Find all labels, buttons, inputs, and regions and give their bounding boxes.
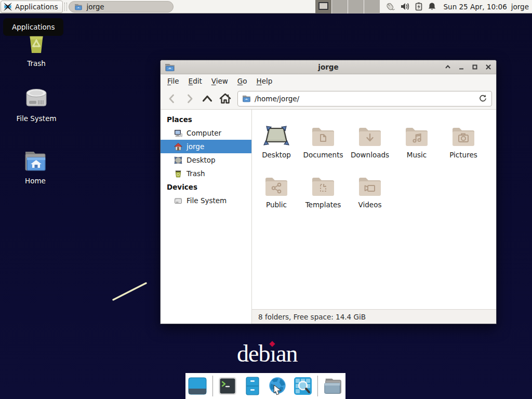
path-input[interactable]: /home/jorge/: [255, 95, 475, 103]
sidebar-item-desktop[interactable]: Desktop: [161, 153, 251, 167]
menu-view[interactable]: View: [207, 75, 233, 87]
applications-menu-button[interactable]: Applications: [1, 1, 63, 13]
user-home-icon: [174, 143, 182, 151]
file-item-videos[interactable]: Videos: [347, 168, 393, 218]
mouse-icon[interactable]: [385, 2, 396, 11]
debian-logo-text: deb: [237, 340, 270, 367]
folder-videos-icon: [357, 175, 382, 197]
file-name: Music: [407, 151, 427, 159]
application-finder-icon: [293, 376, 313, 396]
debian-logo-i: ı: [270, 340, 276, 367]
folder-window-icon: [74, 3, 83, 10]
sidebar-item-label: jorge: [187, 142, 204, 151]
window-body: Places Computer jorge: [161, 110, 496, 324]
dock-separator: [317, 376, 318, 396]
sidebar-item-label: Desktop: [187, 156, 216, 164]
file-name: Videos: [358, 201, 382, 209]
up-button[interactable]: [200, 91, 215, 106]
panel-clock[interactable]: Sun 25 Apr, 10:06: [444, 3, 507, 11]
workspace-2[interactable]: [331, 0, 348, 14]
file-item-pictures[interactable]: Pictures: [440, 118, 487, 168]
sidebar: Places Computer jorge: [161, 110, 252, 324]
sidebar-item-label: File System: [187, 196, 227, 205]
dock-web-browser[interactable]: [267, 376, 288, 396]
dock-terminal[interactable]: [218, 376, 238, 396]
trash-mini-icon: [174, 170, 182, 178]
file-item-templates[interactable]: Templates: [300, 168, 347, 218]
debian-logo: debıan: [237, 341, 298, 367]
workspace-3[interactable]: [348, 0, 364, 14]
show-desktop-icon: [188, 376, 207, 396]
taskbar-window-button[interactable]: jorge: [69, 1, 174, 12]
dock-file-manager[interactable]: [243, 376, 263, 396]
computer-icon: [174, 129, 182, 137]
file-item-desktop[interactable]: Desktop: [253, 118, 300, 168]
file-manager-window: jorge File Edit View Go Help: [160, 60, 497, 324]
desktop-icon-label: Trash: [27, 59, 46, 68]
menu-edit[interactable]: Edit: [184, 75, 207, 87]
notification-bell-icon[interactable]: [428, 2, 436, 11]
debian-logo-text: an: [276, 340, 297, 367]
volume-icon[interactable]: [401, 2, 410, 11]
file-view[interactable]: Desktop Documents: [252, 110, 496, 324]
file-cabinet-icon: [243, 376, 262, 396]
folder-music-icon: [404, 125, 429, 147]
top-panel: Applications jorge: [0, 0, 532, 14]
applications-menu-label: Applications: [15, 3, 58, 11]
panel-username[interactable]: jorge: [511, 3, 529, 11]
desktop-mini-icon: [174, 156, 182, 164]
path-folder-icon: [242, 95, 251, 102]
folder-public-icon: [264, 175, 289, 197]
file-name: Templates: [305, 201, 341, 209]
shade-button[interactable]: [444, 63, 451, 71]
file-item-downloads[interactable]: Downloads: [347, 118, 393, 168]
sidebar-item-computer[interactable]: Computer: [161, 126, 251, 140]
menubar: File Edit View Go Help: [161, 74, 496, 88]
desktop-icon-label: File System: [16, 114, 56, 123]
maximize-button[interactable]: [471, 63, 478, 71]
desktop-icon-home[interactable]: Home: [7, 150, 64, 185]
close-button[interactable]: [484, 63, 492, 71]
files-grid: Desktop Documents: [252, 110, 496, 218]
back-button[interactable]: [165, 91, 179, 106]
sidebar-header-devices: Devices: [161, 180, 251, 194]
file-item-public[interactable]: Public: [253, 168, 300, 218]
menu-file[interactable]: File: [163, 75, 184, 87]
menu-go[interactable]: Go: [233, 75, 252, 87]
drive-mini-icon: [174, 197, 182, 205]
dock-directory-menu[interactable]: [323, 376, 343, 396]
sidebar-item-label: Trash: [187, 169, 205, 178]
applications-tooltip: Applications: [3, 18, 63, 36]
drive-icon: [23, 86, 49, 110]
statusbar: 8 folders, Free space: 14.4 GiB: [252, 309, 496, 324]
sidebar-item-file-system[interactable]: File System: [161, 194, 251, 207]
file-item-documents[interactable]: Documents: [300, 118, 347, 168]
folder-pictures-icon: [451, 125, 476, 147]
forward-button[interactable]: [182, 91, 197, 106]
file-item-music[interactable]: Music: [393, 118, 440, 168]
dock-application-finder[interactable]: [292, 376, 313, 396]
desktop-icon-file-system[interactable]: File System: [8, 86, 65, 123]
menu-help[interactable]: Help: [252, 75, 277, 87]
file-name: Downloads: [351, 151, 389, 159]
folder-downloads-icon: [357, 125, 382, 147]
path-bar[interactable]: /home/jorge/: [237, 91, 492, 107]
sidebar-item-jorge[interactable]: jorge: [161, 140, 251, 153]
workspace-1[interactable]: [315, 0, 331, 14]
panel-handle[interactable]: [64, 3, 67, 11]
home-folder-icon: [23, 150, 48, 172]
sidebar-item-trash[interactable]: Trash: [161, 167, 251, 180]
workspace-pager[interactable]: [315, 0, 380, 14]
workspace-4[interactable]: [364, 0, 380, 14]
workspace-window-thumb: [318, 2, 328, 10]
file-name: Desktop: [262, 151, 291, 159]
file-name: Public: [266, 201, 287, 209]
desktop-icon: [262, 125, 291, 147]
titlebar[interactable]: jorge: [161, 60, 496, 74]
battery-icon[interactable]: [415, 2, 423, 11]
home-button[interactable]: [218, 91, 232, 106]
reload-icon[interactable]: [478, 94, 487, 103]
minimize-button[interactable]: [457, 63, 465, 71]
taskbar-window-label: jorge: [86, 3, 104, 11]
dock-show-desktop[interactable]: [188, 376, 208, 396]
